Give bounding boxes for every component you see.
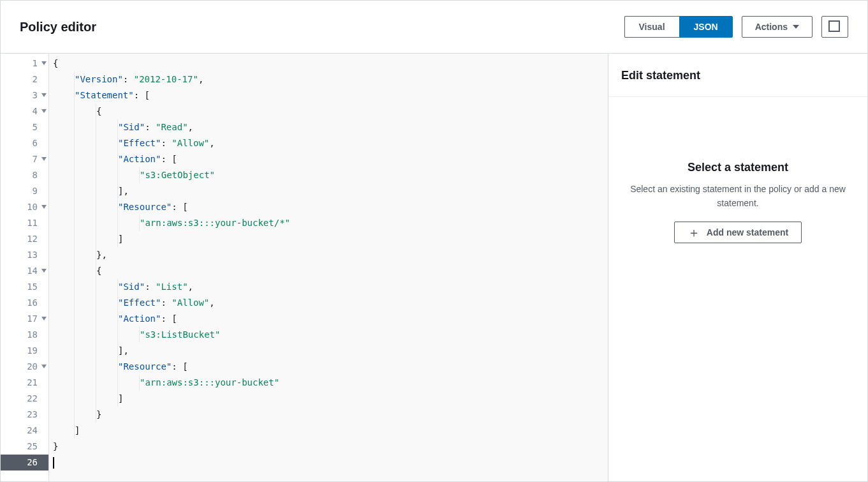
line-number[interactable]: 15 [1, 279, 48, 295]
code-area[interactable]: {"Version": "2012-10-17","Statement": [{… [49, 54, 608, 482]
line-number[interactable]: 11 [1, 215, 48, 231]
code-line[interactable]: "Sid": "Read", [53, 119, 608, 135]
code-line[interactable]: ] [53, 423, 608, 439]
line-number[interactable]: 20 [1, 359, 48, 375]
line-number[interactable]: 7 [1, 151, 48, 167]
json-editor[interactable]: 1234567891011121314151617181920212223242… [1, 54, 608, 482]
line-number[interactable]: 19 [1, 343, 48, 359]
code-line[interactable]: ] [53, 231, 608, 247]
code-line[interactable]: "s3:ListBucket" [53, 327, 608, 343]
chevron-down-icon [793, 25, 799, 29]
code-line[interactable]: }, [53, 247, 608, 263]
sidebar-title: Edit statement [608, 54, 867, 97]
actions-dropdown[interactable]: Actions [742, 16, 813, 38]
line-gutter[interactable]: 1234567891011121314151617181920212223242… [1, 54, 49, 482]
line-number[interactable]: 3 [1, 87, 48, 103]
line-number[interactable]: 12 [1, 231, 48, 247]
line-number[interactable]: 2 [1, 72, 48, 87]
line-number[interactable]: 16 [1, 295, 48, 311]
code-line[interactable]: "Sid": "List", [53, 279, 608, 295]
actions-label: Actions [755, 22, 788, 32]
empty-heading: Select a statement [688, 161, 788, 174]
page-title: Policy editor [20, 20, 96, 34]
line-number[interactable]: 8 [1, 167, 48, 183]
code-line[interactable]: { [53, 56, 608, 72]
code-line[interactable]: ], [53, 183, 608, 199]
code-line[interactable]: "Version": "2012-10-17", [53, 72, 608, 87]
code-line[interactable]: "Effect": "Allow", [53, 135, 608, 151]
empty-body: Select an existing statement in the poli… [621, 182, 855, 210]
statement-sidebar: Edit statement Select a statement Select… [608, 54, 867, 482]
add-statement-label: Add new statement [707, 227, 788, 237]
code-line[interactable]: { [53, 263, 608, 279]
header-controls: Visual JSON Actions [624, 16, 848, 38]
line-number[interactable]: 24 [1, 423, 48, 439]
code-line[interactable]: "Resource": [ [53, 199, 608, 215]
code-line[interactable]: { [53, 103, 608, 119]
sidebar-empty-state: Select a statement Select an existing st… [608, 97, 867, 482]
view-mode-toggle: Visual JSON [624, 16, 733, 38]
line-number[interactable]: 22 [1, 391, 48, 407]
code-line[interactable]: "arn:aws:s3:::your-bucket/*" [53, 215, 608, 231]
line-number[interactable]: 5 [1, 119, 48, 135]
line-number[interactable]: 14 [1, 263, 48, 279]
add-statement-button[interactable]: ＋ Add new statement [674, 222, 802, 243]
code-line[interactable]: "Resource": [ [53, 359, 608, 375]
tab-visual[interactable]: Visual [624, 16, 679, 38]
code-line[interactable]: } [53, 439, 608, 455]
plus-icon: ＋ [688, 228, 700, 237]
code-line[interactable]: } [53, 407, 608, 423]
line-number[interactable]: 25 [1, 439, 48, 455]
code-line[interactable]: ] [53, 391, 608, 407]
line-number[interactable]: 9 [1, 183, 48, 199]
editor-header: Policy editor Visual JSON Actions [1, 1, 867, 54]
line-number[interactable]: 10 [1, 199, 48, 215]
code-line[interactable]: "Statement": [ [53, 87, 608, 103]
code-line[interactable]: "s3:GetObject" [53, 167, 608, 183]
code-line[interactable]: "Action": [ [53, 311, 608, 327]
line-number[interactable]: 17 [1, 311, 48, 327]
code-line[interactable]: "arn:aws:s3:::your-bucket" [53, 375, 608, 391]
line-number[interactable]: 4 [1, 103, 48, 119]
code-line[interactable]: ], [53, 343, 608, 359]
text-cursor [53, 457, 54, 469]
line-number[interactable]: 13 [1, 247, 48, 263]
expand-icon [830, 22, 839, 31]
line-number[interactable]: 1 [1, 56, 48, 72]
tab-json[interactable]: JSON [679, 16, 733, 38]
line-number[interactable]: 6 [1, 135, 48, 151]
line-number[interactable]: 21 [1, 375, 48, 391]
code-line[interactable]: "Effect": "Allow", [53, 295, 608, 311]
code-line[interactable]: "Action": [ [53, 151, 608, 167]
line-number[interactable]: 23 [1, 407, 48, 423]
line-number[interactable]: 26 [1, 455, 48, 471]
line-number[interactable]: 18 [1, 327, 48, 343]
code-line[interactable] [53, 455, 608, 471]
expand-button[interactable] [821, 16, 848, 38]
content-area: 1234567891011121314151617181920212223242… [1, 54, 867, 482]
